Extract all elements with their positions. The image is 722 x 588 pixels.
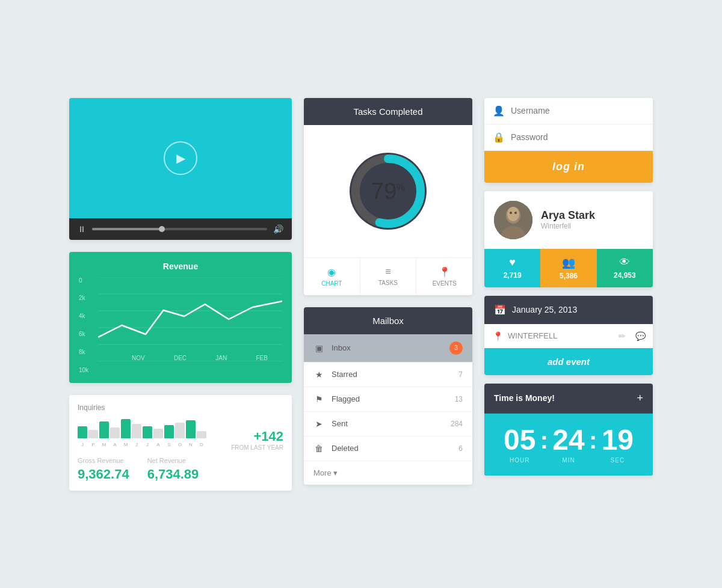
calendar-icon: 📅 (494, 304, 506, 316)
svg-point-12 (507, 207, 519, 221)
heart-icon: ♥ (492, 256, 533, 269)
net-revenue: Net Revenue 6,734.89 (147, 457, 199, 482)
inbox-label: Inbox (332, 343, 449, 352)
progress-bar[interactable] (92, 228, 267, 230)
mailbox-flagged[interactable]: ⚑ Flagged 13 (304, 387, 472, 412)
gross-label: Gross Revenue (78, 457, 129, 464)
chart-x-labels: NOV DEC JAN FEB (117, 355, 282, 361)
inq-month: A (153, 442, 163, 447)
line-chart: 10k 8k 6k 4k 2k 0 (79, 277, 282, 373)
avatar-image (494, 201, 532, 239)
progress-fill (92, 228, 162, 230)
event-header: 📅 January 25, 2013 (484, 296, 653, 324)
profile-info: Arya Stark Winterfell (484, 191, 653, 249)
timer-hours: 05 HOUR (502, 426, 538, 464)
inq-month: D (197, 442, 206, 447)
x-label-nov: NOV (132, 355, 145, 361)
profile-stats: ♥ 2,719 👥 5,386 👁 24,953 (484, 249, 653, 287)
inquiries-delta-sub: FROM LAST YEAR (231, 444, 283, 451)
chart-y-labels: 10k 8k 6k 4k 2k 0 (79, 277, 96, 373)
donut-chart: 79% (340, 143, 436, 239)
play-button[interactable]: ▶ (164, 141, 197, 175)
event-location-input[interactable] (508, 331, 609, 340)
event-body: 📍 ✏ 💬 (484, 324, 653, 348)
mailbox-inbox[interactable]: ▣ Inbox 3 (304, 334, 472, 363)
password-input[interactable] (511, 132, 644, 142)
inquiries-delta: +142 (231, 429, 283, 444)
username-input[interactable] (511, 106, 644, 115)
inq-month: J (132, 442, 141, 447)
followers-count: 5,386 (548, 272, 589, 280)
inquiries-bars (78, 417, 206, 438)
inq-month: J (78, 442, 87, 447)
stat-views[interactable]: 👁 24,953 (597, 249, 653, 287)
revenue-chart-card: Revenue 10k 8k 6k 4k 2k 0 (69, 252, 292, 383)
inq-bar (78, 426, 87, 438)
profile-location: Winterfell (541, 222, 595, 230)
inq-bar (153, 429, 163, 438)
login-button[interactable]: log in (484, 151, 653, 183)
followers-icon: 👥 (548, 256, 589, 269)
y-label-0: 10k (79, 367, 96, 373)
y-label-4: 2k (79, 295, 96, 301)
sent-count: 284 (451, 420, 463, 428)
mailbox-more[interactable]: More ▾ (304, 461, 472, 485)
hours-value: 05 (502, 426, 538, 455)
deleted-label: Deleted (332, 444, 458, 453)
profile-card: Arya Stark Winterfell ♥ 2,719 👥 5,386 👁 … (484, 191, 653, 287)
edit-icon[interactable]: ✏ (619, 331, 626, 341)
mailbox-card: Mailbox ▣ Inbox 3 ★ Starred 7 ⚑ Flagged … (304, 307, 472, 485)
heart-count: 2,719 (492, 271, 533, 280)
inq-month: M (121, 442, 131, 447)
inq-bar (175, 423, 185, 438)
inq-month: O (175, 442, 185, 447)
password-field-wrap: 🔒 (484, 124, 653, 151)
stat-followers[interactable]: 👥 5,386 (540, 249, 596, 287)
mailbox-sent[interactable]: ➤ Sent 284 (304, 412, 472, 436)
timer-colon-2: : (589, 427, 597, 462)
events-tab-icon: 📍 (421, 266, 467, 278)
gross-revenue: Gross Revenue 9,362.74 (78, 457, 129, 482)
avatar (494, 201, 532, 239)
inq-bar (132, 424, 141, 438)
inq-bar (164, 425, 174, 438)
mailbox-header: Mailbox (304, 307, 472, 334)
tab-events[interactable]: 📍 EVENTS (416, 258, 472, 295)
revenue-row: Gross Revenue 9,362.74 Net Revenue 6,734… (78, 457, 283, 482)
inq-bar (88, 430, 98, 438)
tasks-header: Tasks Completed (304, 98, 472, 125)
sent-icon: ➤ (313, 419, 324, 429)
deleted-count: 6 (458, 444, 463, 453)
sent-label: Sent (332, 419, 451, 428)
mailbox-deleted[interactable]: 🗑 Deleted 6 (304, 436, 472, 461)
comment-icon[interactable]: 💬 (635, 331, 646, 341)
seconds-value: 19 (599, 426, 635, 455)
inq-bar (110, 427, 120, 438)
inq-bar (121, 419, 131, 438)
chart-svg-area: NOV DEC JAN FEB (98, 277, 282, 361)
x-label-jan: JAN (215, 355, 227, 361)
timer-add-icon[interactable]: + (637, 392, 643, 405)
add-event-button[interactable]: add event (484, 348, 653, 375)
y-label-1: 8k (79, 349, 96, 355)
tab-tasks[interactable]: ≡ TASKS (360, 258, 417, 295)
event-card: 📅 January 25, 2013 📍 ✏ 💬 add event (484, 296, 653, 375)
inquiries-section: Inquiries (69, 395, 292, 491)
pause-button[interactable]: ⏸ (78, 224, 86, 234)
inq-month: J (143, 442, 152, 447)
user-icon: 👤 (493, 105, 505, 117)
y-label-2: 6k (79, 331, 96, 337)
timer-display: 05 HOUR : 24 MIN : 19 SEC (484, 414, 653, 476)
flagged-count: 13 (455, 395, 463, 403)
inq-bar (99, 421, 109, 438)
inq-month: M (99, 442, 109, 447)
volume-icon[interactable]: 🔊 (273, 224, 283, 234)
tab-chart[interactable]: ◉ CHART (304, 258, 360, 295)
stat-hearts[interactable]: ♥ 2,719 (484, 249, 540, 287)
seconds-label: SEC (599, 457, 635, 464)
donut-percent: 79% (371, 178, 406, 203)
video-player: ▶ ⏸ 🔊 (69, 98, 292, 240)
username-field-wrap: 👤 (484, 98, 653, 124)
net-label: Net Revenue (147, 457, 199, 464)
mailbox-starred[interactable]: ★ Starred 7 (304, 363, 472, 387)
